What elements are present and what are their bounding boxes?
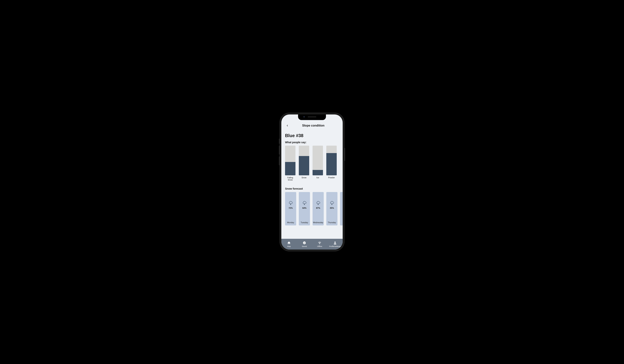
back-button[interactable] (285, 123, 289, 128)
forecast-day: Wednesday (313, 221, 323, 224)
tab-label: Map (287, 245, 291, 247)
people-say-heading: What people say: (285, 141, 339, 144)
svg-point-16 (303, 242, 306, 244)
volume-button (279, 146, 280, 155)
phone-notch (298, 114, 326, 120)
forecast-pct: 64% (302, 207, 306, 209)
forecast-card-thursday[interactable]: 35% Thursday (326, 192, 338, 226)
forecast-card-wednesday[interactable]: 87% Wednesday (312, 192, 324, 226)
forecast-day: Thursday (328, 221, 336, 224)
snow-cloud-icon (288, 201, 293, 205)
bar-label: Ice (312, 176, 323, 181)
svg-point-19 (334, 242, 336, 243)
bar-label: Snow (299, 176, 309, 181)
bar-col-falling-snow (285, 146, 295, 175)
tab-label: Profile/settings (329, 245, 341, 247)
power-button (344, 148, 345, 161)
tab-saved[interactable]: Saved (297, 239, 312, 250)
page-header: Slope condition (285, 123, 339, 128)
forecast-heading: Snow forecast (285, 187, 339, 190)
user-icon (333, 241, 337, 245)
slope-name: Blue #38 (285, 133, 339, 138)
bar-fill (299, 156, 309, 175)
snow-cloud-icon (302, 201, 307, 205)
forecast-day: Monday (287, 221, 294, 224)
bar-fill (285, 162, 295, 175)
phone-frame: Slope condition Blue #38 What people say… (280, 113, 344, 251)
bar-label: Powder (326, 176, 337, 181)
app-content: Slope condition Blue #38 What people say… (281, 114, 343, 250)
volume-button (279, 156, 280, 165)
bar-col-snow (299, 146, 309, 175)
tab-map[interactable]: Map (281, 239, 297, 250)
snow-cloud-icon (330, 201, 334, 205)
bar-col-ice (312, 146, 323, 175)
chevron-left-icon (286, 124, 288, 127)
page-title: Slope condition (290, 124, 337, 127)
bar-fill (326, 153, 337, 175)
phone-screen: Slope condition Blue #38 What people say… (281, 114, 343, 250)
bar-fill (312, 170, 323, 175)
bar-col-powder (326, 146, 337, 175)
forecast-row[interactable]: 72% Monday 64% Tuesday 87% Wednesday (285, 192, 343, 226)
tab-profile[interactable]: Profile/settings (327, 239, 343, 250)
tab-offline[interactable]: Offline (312, 239, 327, 250)
tab-bar: Map Saved Offline Profile/settings (281, 239, 343, 250)
forecast-card-tuesday[interactable]: 64% Tuesday (299, 192, 310, 226)
condition-bar-chart (285, 146, 339, 175)
tab-label: Saved (302, 245, 307, 247)
volume-button (279, 138, 280, 144)
bar-labels: Falling Snow Snow Ice Powder (285, 176, 339, 181)
forecast-card-monday[interactable]: 72% Monday (285, 192, 296, 226)
forecast-pct: 87% (316, 207, 320, 209)
bar-label: Falling Snow (285, 176, 295, 181)
forecast-pct: 72% (288, 207, 293, 209)
wifi-off-icon (318, 241, 321, 245)
home-icon (287, 241, 291, 245)
snow-cloud-icon (316, 201, 320, 205)
forecast-day: Tuesday (301, 221, 308, 224)
tab-label: Offline (317, 245, 322, 247)
forecast-pct: 35% (330, 207, 334, 209)
check-circle-icon (303, 241, 306, 245)
forecast-card-peek[interactable] (340, 192, 343, 226)
